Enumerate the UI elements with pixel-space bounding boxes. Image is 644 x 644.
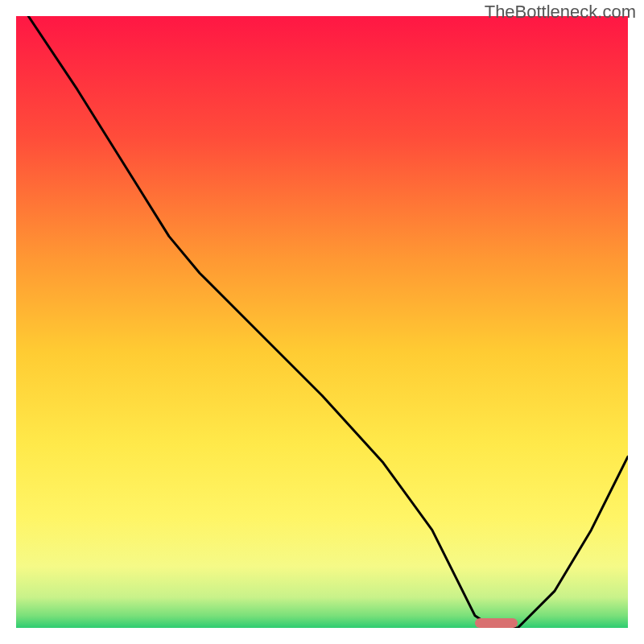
bottleneck-curve: [16, 16, 628, 628]
optimal-marker: [475, 618, 518, 628]
plot-area: [16, 16, 628, 628]
watermark-text: TheBottleneck.com: [485, 2, 636, 23]
